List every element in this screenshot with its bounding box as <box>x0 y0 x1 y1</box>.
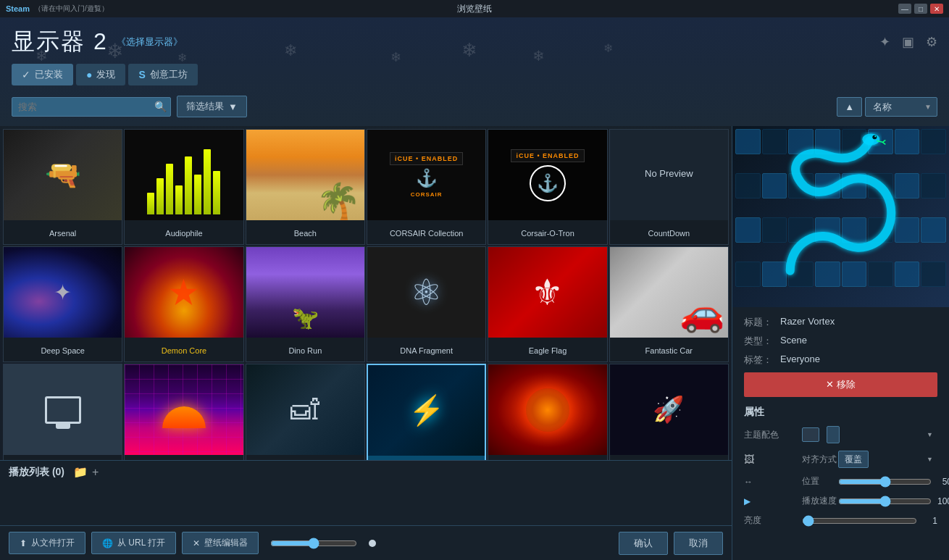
close-button[interactable]: ✕ <box>930 4 943 14</box>
monitor-icon[interactable]: ▣ <box>902 34 914 50</box>
grid-item-deep-space[interactable]: Deep Space <box>3 246 122 362</box>
audio-bar <box>156 178 164 214</box>
title-bar: Steam （请在中间入门/遊覧） 浏览壁纸 — □ ✕ <box>0 0 949 17</box>
label-demon-core: Demon Core <box>125 338 243 362</box>
open-file-button[interactable]: ⬆ 从文件打开 <box>9 532 85 554</box>
info-row-title: 标题： Razer Vortex <box>744 316 937 329</box>
tags-value: Everyone <box>780 354 937 364</box>
brightness-slider-bottom[interactable] <box>270 538 357 549</box>
label-razer-vortex: Razer Vortex <box>368 456 485 460</box>
open-file-label: 从文件打开 <box>31 537 75 549</box>
icue-badge: iCUE • ENABLED <box>390 152 463 165</box>
discover-icon: ● <box>86 69 92 80</box>
label-ricepod: Ricepod <box>610 455 728 460</box>
tab-workshop[interactable]: S 创意工坊 <box>128 64 197 85</box>
search-input-wrap: 🔍 <box>12 97 171 117</box>
thumb-index-html <box>4 364 122 455</box>
label-razer-bedroom: Razer Bedroom <box>246 455 364 460</box>
vortex-icon: ⚡ <box>409 393 445 427</box>
grid-item-demon-core[interactable]: Demon Core <box>124 246 243 362</box>
confirm-button[interactable]: 确认 <box>619 532 668 555</box>
minimize-button[interactable]: — <box>898 4 911 14</box>
remove-button[interactable]: ✕ 移除 <box>744 372 937 397</box>
gear-icon[interactable]: ⚙ <box>926 34 937 50</box>
position-icon: ↔ <box>744 477 802 487</box>
color-picker-box[interactable] <box>802 427 819 442</box>
search-button[interactable]: 🔍 <box>154 101 167 112</box>
grid-item-corsair-collection[interactable]: iCUE • ENABLED ⚓ CORSAIR CORSAIR Collect… <box>367 129 486 245</box>
align-select[interactable]: 覆盖 拉伸 居中 <box>838 451 869 468</box>
grid-item-dna-fragment[interactable]: DNA Fragment <box>367 246 486 362</box>
header-icons: ✦ ▣ ⚙ <box>879 34 937 50</box>
grid-item-dino-run[interactable]: 🦖 Dino Run <box>246 246 365 362</box>
align-select-wrap: 覆盖 拉伸 居中 <box>838 451 937 468</box>
theme-color-select-wrap <box>827 426 937 443</box>
grid-item-razer-bedroom[interactable]: Razer Bedroom <box>246 364 365 460</box>
grid-item-eagle-flag[interactable]: Eagle Flag <box>488 246 607 362</box>
grid-item-index-html[interactable]: index.html <box>3 364 122 460</box>
tab-installed[interactable]: ✓ 已安装 <box>12 64 73 85</box>
filter-button[interactable]: 筛选结果 ▼ <box>177 96 247 117</box>
editor-label: 壁纸编辑器 <box>204 537 248 549</box>
sort-asc-button[interactable]: ▲ <box>837 97 862 117</box>
grid-item-countdown[interactable]: No Preview CountDown <box>609 129 729 245</box>
grid-item-arsenal[interactable]: Arsenal <box>3 129 122 245</box>
thumb-corsair-o-tron: iCUE • ENABLED ⚓ <box>488 130 606 220</box>
align-label: 对齐方式 <box>802 454 838 466</box>
select-display[interactable]: 《选择显示器》 <box>117 35 183 49</box>
search-input[interactable] <box>12 97 171 117</box>
type-label: 类型： <box>744 335 780 348</box>
playlist-folder-button[interactable]: 📁 <box>73 465 88 479</box>
maximize-button[interactable]: □ <box>914 4 927 14</box>
theme-color-label: 主题配色 <box>744 429 802 441</box>
body-layout: Arsenal Audi <box>0 126 949 560</box>
car-icon: 🚗 <box>680 292 724 334</box>
thumb-dna-fragment <box>367 247 485 338</box>
grid-item-corsair-o-tron[interactable]: iCUE • ENABLED ⚓ Corsair-O-Tron <box>488 129 607 245</box>
audio-bar <box>194 175 201 214</box>
grid-item-fantastic-car[interactable]: 🚗 Fantastic Car <box>609 246 729 362</box>
edit-icon: ✕ <box>193 538 200 548</box>
label-eagle-flag: Eagle Flag <box>488 338 606 362</box>
position-slider[interactable] <box>838 476 932 488</box>
svg-point-0 <box>862 133 879 145</box>
retro-visual <box>488 364 606 455</box>
tabs: ✓ 已安装 ● 发现 S 创意工坊 <box>12 64 937 85</box>
grid-item-ricepod[interactable]: Ricepod <box>609 364 729 460</box>
wand-icon[interactable]: ✦ <box>879 34 890 50</box>
grid-item-retro[interactable]: Retro <box>488 364 607 460</box>
cancel-button[interactable]: 取消 <box>674 532 723 555</box>
thumb-razer-bedroom <box>246 364 364 455</box>
wallpaper-editor-button[interactable]: ✕ 壁纸编辑器 <box>182 532 259 554</box>
grid-item-neon-sunset[interactable]: Neon Sunset <box>124 364 243 460</box>
retro-orb <box>526 388 569 432</box>
attr-row-theme-color: 主题配色 <box>744 426 937 443</box>
icue-badge2: iCUE • ENABLED <box>511 149 584 162</box>
playlist-title: 播放列表 (0) <box>9 466 64 479</box>
playlist-add-button[interactable]: + <box>92 465 99 479</box>
thumb-beach: 🌴 <box>246 130 364 220</box>
no-preview-text: No Preview <box>645 168 693 182</box>
label-neon-sunset: Neon Sunset <box>125 455 243 460</box>
label-dna-fragment: DNA Fragment <box>367 338 485 362</box>
thumb-retro <box>488 364 606 455</box>
theme-color-select[interactable] <box>827 426 840 443</box>
attributes-section: 属性 主题配色 <box>744 406 937 527</box>
speed-slider[interactable] <box>838 496 932 507</box>
installed-icon: ✓ <box>22 69 30 80</box>
monitor-display-icon <box>45 396 81 424</box>
grid-item-beach[interactable]: 🌴 Beach <box>246 129 365 245</box>
sort-select[interactable]: 名称 日期 评分 <box>865 97 937 117</box>
thumb-deep-space <box>4 247 122 338</box>
position-label: 位置 <box>802 475 838 488</box>
audio-bar <box>175 185 183 214</box>
tab-discover[interactable]: ● 发现 <box>76 64 125 85</box>
grid-item-audiophile[interactable]: Audiophile <box>124 129 243 245</box>
preview-area <box>732 126 949 307</box>
grid-item-razer-vortex[interactable]: ⚡ Razer Vortex <box>367 364 486 460</box>
svg-point-2 <box>874 135 876 137</box>
steam-logo: Steam <box>6 4 30 13</box>
wallpaper-grid[interactable]: Arsenal Audi <box>0 126 732 460</box>
open-url-button[interactable]: 🌐 从 URL 打开 <box>91 532 176 554</box>
brightness-slider[interactable] <box>802 515 917 527</box>
